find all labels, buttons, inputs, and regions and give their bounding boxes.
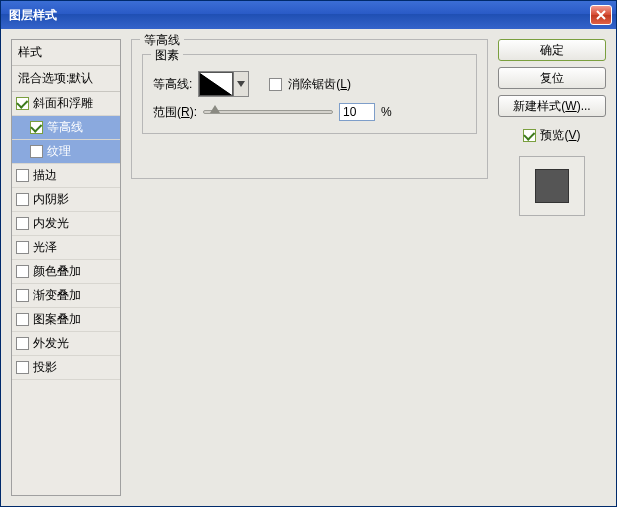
style-checkbox[interactable] bbox=[16, 217, 29, 230]
style-row-1[interactable]: 等高线 bbox=[12, 116, 120, 140]
contour-picker[interactable] bbox=[198, 71, 249, 97]
anti-alias-label: 消除锯齿(L) bbox=[288, 76, 351, 93]
style-row-8[interactable]: 渐变叠加 bbox=[12, 284, 120, 308]
style-label: 渐变叠加 bbox=[33, 287, 81, 304]
style-label: 光泽 bbox=[33, 239, 57, 256]
style-checkbox[interactable] bbox=[16, 169, 29, 182]
style-label: 斜面和浮雕 bbox=[33, 95, 93, 112]
window-title: 图层样式 bbox=[9, 7, 57, 24]
style-row-10[interactable]: 外发光 bbox=[12, 332, 120, 356]
anti-alias-checkbox[interactable] bbox=[269, 78, 282, 91]
contour-label: 等高线: bbox=[153, 76, 192, 93]
style-label: 等高线 bbox=[47, 119, 83, 136]
style-checkbox[interactable] bbox=[16, 361, 29, 374]
contour-swatch-icon bbox=[199, 72, 233, 96]
style-checkbox[interactable] bbox=[16, 289, 29, 302]
titlebar[interactable]: 图层样式 bbox=[1, 1, 616, 29]
preview-box bbox=[519, 156, 585, 216]
style-row-3[interactable]: 描边 bbox=[12, 164, 120, 188]
right-panel: 确定 复位 新建样式(W)... 预览(V) bbox=[498, 39, 606, 496]
style-row-7[interactable]: 颜色叠加 bbox=[12, 260, 120, 284]
style-checkbox[interactable] bbox=[30, 145, 43, 158]
preview-swatch-icon bbox=[535, 169, 569, 203]
style-label: 内阴影 bbox=[33, 191, 69, 208]
style-checkbox[interactable] bbox=[16, 97, 29, 110]
style-label: 图案叠加 bbox=[33, 311, 81, 328]
layer-style-dialog: 图层样式 样式 混合选项:默认 斜面和浮雕等高线纹理描边内阴影内发光光泽颜色叠加… bbox=[0, 0, 617, 507]
close-button[interactable] bbox=[590, 5, 612, 25]
style-label: 投影 bbox=[33, 359, 57, 376]
style-label: 颜色叠加 bbox=[33, 263, 81, 280]
styles-header: 样式 bbox=[12, 40, 120, 66]
elements-group: 图素 等高线: 消除锯齿(L) bbox=[142, 54, 477, 134]
style-checkbox[interactable] bbox=[16, 241, 29, 254]
style-checkbox[interactable] bbox=[16, 313, 29, 326]
preview-checkbox[interactable] bbox=[523, 129, 536, 142]
style-checkbox[interactable] bbox=[16, 265, 29, 278]
preview-toggle[interactable]: 预览(V) bbox=[498, 127, 606, 144]
range-slider[interactable] bbox=[203, 110, 333, 114]
style-checkbox[interactable] bbox=[30, 121, 43, 134]
chevron-down-icon[interactable] bbox=[233, 72, 248, 96]
preview-label: 预览(V) bbox=[540, 127, 580, 144]
style-label: 内发光 bbox=[33, 215, 69, 232]
slider-thumb-icon[interactable] bbox=[210, 105, 220, 113]
ok-button[interactable]: 确定 bbox=[498, 39, 606, 61]
style-label: 纹理 bbox=[47, 143, 71, 160]
style-row-2[interactable]: 纹理 bbox=[12, 140, 120, 164]
contour-group: 等高线 图素 等高线: 消除锯齿(L) bbox=[131, 39, 488, 179]
style-row-0[interactable]: 斜面和浮雕 bbox=[12, 92, 120, 116]
style-row-11[interactable]: 投影 bbox=[12, 356, 120, 380]
styles-panel: 样式 混合选项:默认 斜面和浮雕等高线纹理描边内阴影内发光光泽颜色叠加渐变叠加图… bbox=[11, 39, 121, 496]
range-unit: % bbox=[381, 105, 392, 119]
style-label: 外发光 bbox=[33, 335, 69, 352]
style-row-9[interactable]: 图案叠加 bbox=[12, 308, 120, 332]
style-checkbox[interactable] bbox=[16, 337, 29, 350]
style-row-6[interactable]: 光泽 bbox=[12, 236, 120, 260]
range-input[interactable] bbox=[339, 103, 375, 121]
style-row-4[interactable]: 内阴影 bbox=[12, 188, 120, 212]
style-label: 描边 bbox=[33, 167, 57, 184]
range-label: 范围(R): bbox=[153, 104, 197, 121]
new-style-button[interactable]: 新建样式(W)... bbox=[498, 95, 606, 117]
close-icon bbox=[596, 10, 606, 20]
style-row-5[interactable]: 内发光 bbox=[12, 212, 120, 236]
center-panel: 等高线 图素 等高线: 消除锯齿(L) bbox=[131, 39, 488, 496]
elements-group-title: 图素 bbox=[151, 47, 183, 64]
blend-options-row[interactable]: 混合选项:默认 bbox=[12, 66, 120, 92]
reset-button[interactable]: 复位 bbox=[498, 67, 606, 89]
style-checkbox[interactable] bbox=[16, 193, 29, 206]
